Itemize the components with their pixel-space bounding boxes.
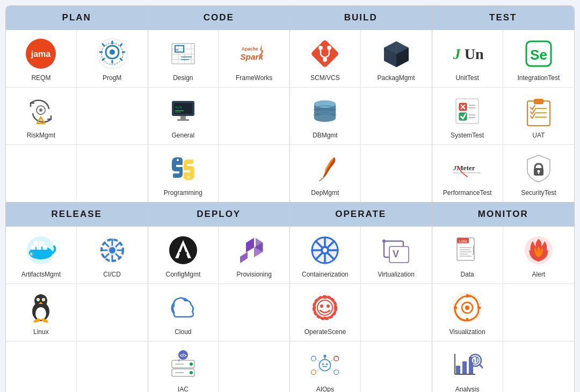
general-item[interactable]: </> General: [148, 88, 219, 145]
svg-rect-184: [476, 357, 477, 362]
svg-point-148: [324, 355, 327, 358]
virtualization-icon: V: [380, 234, 412, 266]
provisioning-item[interactable]: Provisioning: [219, 227, 289, 284]
programming-icon: [167, 153, 199, 185]
aiops-label: AIOps: [316, 386, 334, 392]
depmgmt-item[interactable]: DepMgmt: [290, 145, 361, 202]
main-grid: PLAN jama REQM: [5, 5, 575, 392]
operate-empty2: [361, 342, 432, 392]
integrationtest-icon: Se: [523, 38, 555, 70]
operate-row3: AIOps: [290, 342, 432, 392]
build-row3: DepMgmt: [290, 145, 432, 202]
scmvcs-item[interactable]: SCM/VCS: [290, 30, 361, 88]
deploy-empty2: [219, 342, 289, 392]
svg-point-110: [190, 371, 193, 374]
frameworks-item[interactable]: Apache Spark FrameWorks: [219, 30, 289, 88]
data-item[interactable]: LOG { } Data: [432, 227, 503, 284]
iac-item[interactable]: </> IAC: [148, 342, 219, 392]
perftest-item[interactable]: JMeter PerformanceTest: [432, 145, 503, 202]
build-header: BUILD: [290, 6, 432, 30]
monitor-row1: LOG { } Data: [432, 227, 575, 284]
svg-line-182: [480, 365, 483, 368]
uat-item[interactable]: UAT: [503, 88, 574, 145]
linux-label: Linux: [33, 328, 49, 336]
dbmgmt-icon: [309, 95, 341, 127]
alert-item[interactable]: Alert: [503, 227, 574, 284]
reqm-item[interactable]: jama REQM: [6, 30, 77, 88]
test-row1: J Unit UnitTest Se: [432, 30, 575, 88]
release-col: RELEASE: [6, 202, 148, 392]
svg-text:</>: </>: [175, 105, 182, 110]
plan-empty3: [77, 145, 148, 199]
top-header-row: PLAN jama REQM: [6, 6, 574, 202]
design-icon: [167, 38, 199, 70]
iac-label: IAC: [178, 386, 189, 392]
monitor-row3: Analysis: [432, 342, 575, 392]
packagmgmt-item[interactable]: PackagMgmt: [361, 30, 432, 88]
artifactsmgmt-icon: [25, 234, 57, 266]
svg-rect-74: [33, 241, 38, 245]
svg-point-65: [458, 167, 460, 169]
svg-point-170: [465, 306, 469, 310]
unittest-item[interactable]: J Unit UnitTest: [432, 30, 503, 88]
operate-col: OPERATE: [290, 202, 432, 392]
visualization-item[interactable]: Visualization: [432, 284, 503, 342]
systemtest-icon: [451, 95, 483, 127]
cloud-label: Cloud: [175, 328, 191, 336]
test-col: TEST J Unit UnitTest: [432, 6, 575, 202]
integrationtest-item[interactable]: Se IntegrationTest: [503, 30, 574, 88]
artifactsmgmt-item[interactable]: ArtifactsMgmt: [6, 227, 77, 284]
svg-point-120: [323, 248, 327, 252]
reqm-label: REQM: [31, 74, 50, 82]
containerization-item[interactable]: Containerization: [290, 227, 361, 284]
svg-point-152: [334, 370, 339, 375]
cicd-item[interactable]: CI/CD: [77, 227, 148, 284]
code-row2: </> General: [148, 88, 290, 145]
analysis-item[interactable]: Analysis: [432, 342, 503, 392]
operate-empty1: [361, 284, 432, 342]
svg-rect-71: [31, 245, 35, 250]
svg-rect-72: [37, 245, 41, 250]
alert-label: Alert: [532, 271, 546, 278]
svg-point-137: [320, 304, 323, 308]
analysis-label: Analysis: [455, 386, 480, 392]
test-header: TEST: [432, 6, 575, 30]
visualization-label: Visualization: [450, 328, 485, 336]
provisioning-label: Provisioning: [236, 271, 271, 278]
progm-label: ProgM: [103, 74, 121, 82]
deploy-row2: Cloud: [148, 284, 290, 342]
virtualization-item[interactable]: V Virtualization: [361, 227, 432, 284]
operatescene-icon: [309, 292, 341, 324]
build-row1: SCM/VCS PackagMgmt: [290, 30, 432, 88]
general-icon: </>: [167, 95, 199, 127]
plan-row1: jama REQM: [6, 30, 148, 88]
systemtest-item[interactable]: SystemTest: [432, 88, 503, 145]
svg-point-95: [38, 299, 39, 301]
cloud-item[interactable]: Cloud: [148, 284, 219, 342]
design-item[interactable]: Design: [148, 30, 219, 88]
svg-text:jama: jama: [31, 49, 51, 59]
svg-rect-171: [466, 294, 468, 297]
scmvcs-icon: [309, 38, 341, 70]
unittest-icon: J Unit: [451, 38, 483, 70]
operatescene-item[interactable]: OperateScene: [290, 284, 361, 342]
linux-item[interactable]: Linux: [6, 284, 77, 342]
systemtest-label: SystemTest: [451, 132, 484, 139]
programming-label: Programming: [164, 189, 202, 197]
svg-rect-183: [473, 359, 475, 362]
aiops-item[interactable]: AIOps: [290, 342, 361, 392]
visualization-icon: [451, 292, 483, 324]
dbmgmt-item[interactable]: DBMgmt: [290, 88, 361, 145]
deploy-header: DEPLOY: [148, 202, 290, 227]
svg-text:V: V: [393, 249, 399, 259]
deploy-col: DEPLOY ConfigMgmt: [148, 202, 291, 392]
code-empty1: [219, 88, 289, 145]
progm-item[interactable]: ProgM: [77, 30, 148, 88]
svg-point-150: [334, 356, 339, 361]
sectest-item[interactable]: SecurityTest: [503, 145, 574, 202]
monitor-col: MONITOR LOG: [432, 202, 575, 392]
alert-icon: [523, 234, 555, 266]
configmgmt-item[interactable]: ConfigMgmt: [148, 227, 219, 284]
programming-item[interactable]: Programming: [148, 145, 219, 202]
riskmgmt-item[interactable]: ! RiskMgmt: [6, 88, 77, 145]
